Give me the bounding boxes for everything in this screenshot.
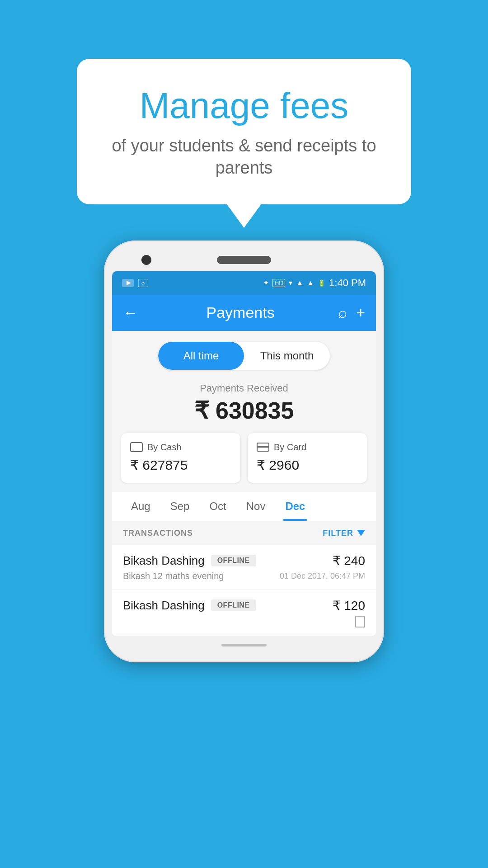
battery-icon: 🔋 (318, 279, 325, 287)
home-indicator (221, 644, 267, 646)
filter-icon (357, 530, 365, 536)
signal-icon2: ▲ (307, 279, 314, 287)
transaction2-row1: Bikash Dashing OFFLINE ₹ 120 (123, 598, 365, 613)
month-sep[interactable]: Sep (160, 492, 200, 521)
signal-icon: ▲ (296, 279, 303, 287)
cash-card: By Cash ₹ 627875 (121, 433, 240, 483)
month-dec[interactable]: Dec (275, 492, 315, 521)
payment-cards: By Cash ₹ 627875 By Card ₹ 2960 (112, 433, 376, 492)
card-icon (257, 443, 269, 452)
offline-badge-2: OFFLINE (211, 599, 256, 611)
transactions-label: TRANSACTIONS (123, 528, 193, 538)
payments-amount: ₹ 630835 (121, 397, 367, 424)
payments-label: Payments Received (121, 382, 367, 394)
transaction2-name: Bikash Dashing (123, 599, 205, 613)
transaction-date: 01 Dec 2017, 06:47 PM (280, 571, 365, 581)
transaction-row2: Bikash 12 maths evening 01 Dec 2017, 06:… (123, 571, 365, 581)
phone-camera (141, 255, 151, 265)
phone-top (112, 249, 376, 271)
cash-label: By Cash (147, 442, 182, 453)
filter-button[interactable]: FILTER (323, 528, 365, 538)
promo-section: Manage fees of your students & send rece… (77, 59, 411, 204)
status-icons-right: ✦ HD ▾ ▲ ▲ 🔋 1:40 PM (263, 277, 366, 289)
main-content: All time This month Payments Received ₹ … (112, 331, 376, 636)
transaction2-amount: ₹ 120 (333, 598, 366, 613)
transaction2-name-group: Bikash Dashing OFFLINE (123, 599, 256, 613)
youtube-icon (122, 279, 134, 287)
phone-speaker (217, 256, 271, 264)
transaction-row1: Bikash Dashing OFFLINE ₹ 240 (123, 553, 365, 568)
phone-screen: ⟳ ✦ HD ▾ ▲ ▲ 🔋 1:40 PM ← Payments ⌕ + (112, 271, 376, 636)
transaction-item[interactable]: Bikash Dashing OFFLINE ₹ 240 Bikash 12 m… (112, 545, 376, 590)
app-bar: ← Payments ⌕ + (112, 295, 376, 331)
status-bar: ⟳ ✦ HD ▾ ▲ ▲ 🔋 1:40 PM (112, 271, 376, 295)
month-tabs: Aug Sep Oct Nov Dec (112, 492, 376, 521)
status-icons-left: ⟳ (122, 279, 148, 287)
transaction-description: Bikash 12 maths evening (123, 571, 224, 581)
transaction-name: Bikash Dashing (123, 554, 205, 568)
speech-bubble: Manage fees of your students & send rece… (77, 59, 411, 204)
card-card-header: By Card (257, 442, 358, 453)
month-nov[interactable]: Nov (236, 492, 276, 521)
card-card: By Card ₹ 2960 (248, 433, 367, 483)
filter-label: FILTER (323, 528, 353, 538)
sync-icon: ⟳ (138, 279, 148, 287)
hd-badge: HD (272, 279, 285, 287)
offline-badge: OFFLINE (211, 555, 256, 566)
card-label: By Card (274, 442, 306, 453)
bubble-subtitle: of your students & send receipts to pare… (104, 135, 384, 179)
bubble-title: Manage fees (104, 86, 384, 126)
phone-mockup: ⟳ ✦ HD ▾ ▲ ▲ 🔋 1:40 PM ← Payments ⌕ + (104, 241, 384, 662)
month-aug[interactable]: Aug (121, 492, 160, 521)
toggle-container: All time This month (158, 342, 330, 370)
page-title: Payments (152, 304, 329, 321)
all-time-button[interactable]: All time (158, 342, 244, 370)
time-filter-toggle: All time This month (112, 331, 376, 378)
cash-icon (130, 442, 143, 452)
month-oct[interactable]: Oct (199, 492, 236, 521)
card-amount: ₹ 2960 (257, 457, 358, 473)
transaction-name-group: Bikash Dashing OFFLINE (123, 554, 256, 568)
wifi-icon: ▾ (289, 278, 292, 287)
payments-summary: Payments Received ₹ 630835 (112, 378, 376, 433)
transaction-item-2[interactable]: Bikash Dashing OFFLINE ₹ 120 (112, 590, 376, 636)
transactions-header: TRANSACTIONS FILTER (112, 521, 376, 545)
phone-bottom (112, 636, 376, 654)
svg-text:⟳: ⟳ (141, 281, 145, 286)
cash-amount: ₹ 627875 (130, 457, 231, 473)
receipt-icon (355, 616, 365, 627)
status-time: 1:40 PM (329, 277, 366, 289)
cash-card-header: By Cash (130, 442, 231, 453)
bluetooth-icon: ✦ (263, 278, 269, 287)
this-month-button[interactable]: This month (244, 342, 330, 370)
search-button[interactable]: ⌕ (338, 304, 347, 321)
transaction-amount: ₹ 240 (333, 553, 366, 568)
add-button[interactable]: + (356, 304, 365, 321)
transaction2-row2 (123, 616, 365, 627)
back-button[interactable]: ← (123, 304, 138, 321)
